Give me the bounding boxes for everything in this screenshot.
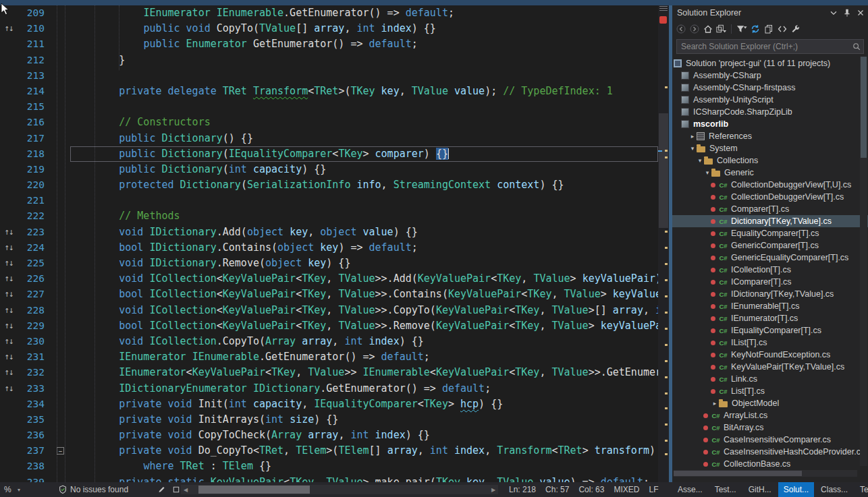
outline-margin[interactable]	[51, 334, 70, 349]
glyph-margin[interactable]: ↑↓	[0, 349, 18, 365]
code-text[interactable]: private void Do_CopyTo<TRet, TElem>(TEle…	[70, 443, 658, 459]
properties-wrench-icon[interactable]	[790, 24, 801, 35]
view-scope-icon[interactable]	[715, 24, 727, 35]
outline-margin[interactable]	[51, 287, 70, 302]
scrollbar-thumb[interactable]	[198, 486, 310, 494]
collapsed-arrow-icon[interactable]: ▸	[711, 400, 719, 407]
code-text[interactable]: IEnumerator IEnumerable.GetEnumerator() …	[70, 349, 658, 365]
tree-item[interactable]: C#CollectionBase.cs	[672, 458, 868, 470]
outline-margin[interactable]	[51, 225, 70, 240]
tree-item[interactable]: C#IEnumerable[T].cs	[672, 300, 868, 312]
outline-margin[interactable]	[51, 397, 70, 412]
glyph-margin[interactable]: ↑↓	[0, 287, 18, 302]
tree-item[interactable]: Assembly-CSharp	[672, 69, 868, 82]
code-text[interactable]: bool ICollection<KeyValuePair<TKey, TVal…	[70, 287, 658, 302]
outline-margin[interactable]	[51, 177, 70, 193]
tree-item[interactable]: C#Dictionary[TKey,TValue].cs	[672, 215, 868, 227]
tree-item[interactable]: C#KeyValuePair[TKey,TValue].cs	[672, 361, 868, 373]
outline-margin[interactable]	[51, 240, 70, 256]
editor-vertical-scrollbar[interactable]	[658, 5, 669, 482]
code-text[interactable]: void IDictionary.Add(object key, object …	[70, 225, 658, 240]
glyph-margin[interactable]	[0, 99, 18, 115]
code-text[interactable]: private void Init(int capacity, IEqualit…	[70, 397, 658, 412]
outline-margin[interactable]	[51, 53, 70, 68]
code-text[interactable]: // Constructors	[70, 115, 658, 130]
code-text[interactable]	[70, 193, 658, 208]
zoom-caret-icon[interactable]: ▾	[18, 487, 20, 493]
code-text[interactable]: private static KeyValuePair<TKey, TValue…	[70, 475, 658, 482]
code-text[interactable]: IEnumerator<KeyValuePair<TKey, TValue>> …	[70, 365, 658, 380]
glyph-margin[interactable]: ↑↓	[0, 256, 18, 271]
tree-item[interactable]: ▾Collections	[672, 154, 868, 167]
code-text[interactable]	[70, 99, 658, 115]
glyph-margin[interactable]	[0, 193, 18, 208]
tree-item[interactable]: Solution 'project-gui' (11 of 11 project…	[672, 57, 868, 69]
tool-window-tab[interactable]: Solut...	[778, 482, 814, 497]
code-text[interactable]: private void InitArrays(int size) {}	[70, 412, 658, 428]
tree-item[interactable]: C#Link.cs	[672, 373, 868, 385]
scrollbar-track[interactable]	[190, 485, 489, 494]
view-code-icon[interactable]	[776, 24, 788, 35]
tree-item[interactable]: C#IList[T].cs	[672, 337, 868, 349]
code-text[interactable]: public Dictionary(IEqualityComparer<TKey…	[70, 146, 658, 162]
tool-window-tab[interactable]: Test...	[709, 482, 742, 497]
code-text[interactable]: bool ICollection<KeyValuePair<TKey, TVal…	[70, 318, 658, 334]
glyph-margin[interactable]: ↑↓	[0, 240, 18, 256]
tree-item[interactable]: C#BitArray.cs	[672, 421, 868, 434]
glyph-margin[interactable]	[0, 53, 18, 68]
tree-horizontal-scrollbar[interactable]	[674, 470, 857, 477]
outline-margin[interactable]	[51, 349, 70, 365]
outline-margin[interactable]	[51, 36, 70, 52]
tree-item[interactable]: mscorlib	[672, 118, 868, 130]
code-text[interactable]: void ICollection.CopyTo(Array array, int…	[70, 334, 658, 349]
glyph-margin[interactable]	[0, 131, 18, 146]
tree-item[interactable]: C#CaseInsensitiveComparer.cs	[672, 434, 868, 446]
code-text[interactable]: private void CopyToCheck(Array array, in…	[70, 428, 658, 443]
scrollbar-thumb[interactable]	[674, 471, 802, 476]
outline-margin[interactable]	[51, 146, 70, 162]
pencil-icon[interactable]	[157, 486, 166, 494]
outline-margin[interactable]	[51, 428, 70, 443]
forward-icon[interactable]	[688, 24, 700, 35]
code-analysis-shield-icon[interactable]	[58, 485, 67, 494]
tree-item[interactable]: C#IEqualityComparer[T].cs	[672, 324, 868, 337]
tool-window-tab[interactable]: Tea...	[855, 482, 868, 497]
tree-item[interactable]: C#ICollection[T].cs	[672, 264, 868, 276]
tree-vertical-scrollbar[interactable]	[860, 57, 867, 466]
outline-margin[interactable]	[51, 412, 70, 428]
window-position-icon[interactable]	[829, 8, 838, 18]
glyph-margin[interactable]	[0, 397, 18, 412]
tree-item[interactable]: ▾Generic	[672, 167, 868, 179]
glyph-margin[interactable]	[0, 412, 18, 428]
expanded-arrow-icon[interactable]: ▾	[703, 169, 711, 176]
line-ending-indicator[interactable]: LF	[649, 485, 658, 494]
tree-item[interactable]: C#GenericComparer[T].cs	[672, 239, 868, 252]
outline-margin[interactable]	[51, 131, 70, 146]
glyph-margin[interactable]	[0, 84, 18, 99]
outline-margin[interactable]	[51, 475, 70, 482]
tree-item[interactable]: C#IComparer[T].cs	[672, 276, 868, 288]
tree-item[interactable]: C#EqualityComparer[T].cs	[672, 227, 868, 239]
code-text[interactable]: public Dictionary() {}	[70, 131, 658, 146]
tree-item[interactable]: ▸ObjectModel	[672, 397, 868, 409]
scroll-right-icon[interactable]: ▶	[489, 487, 498, 493]
tool-window-tab[interactable]: Asse...	[672, 482, 708, 497]
glyph-margin[interactable]: ↑↓	[0, 334, 18, 349]
glyph-margin[interactable]: ↑↓	[0, 318, 18, 334]
tree-item[interactable]: Assembly-UnityScript	[672, 94, 868, 106]
filter-icon[interactable]	[736, 24, 747, 35]
tool-window-tab[interactable]: Class...	[815, 482, 853, 497]
scroll-left-icon[interactable]: ◀	[181, 487, 190, 493]
editor-horizontal-scrollbar[interactable]: ◀ ▶	[181, 485, 498, 494]
glyph-margin[interactable]	[0, 475, 18, 482]
outline-margin[interactable]: −	[51, 443, 70, 459]
tree-item[interactable]: C#CaseInsensitiveHashCodeProvider.cs	[672, 446, 868, 458]
search-icon[interactable]	[852, 42, 861, 51]
scrollbar-thumb[interactable]	[659, 113, 668, 228]
code-text[interactable]: private delegate TRet Transform<TRet>(TK…	[70, 84, 658, 99]
outline-margin[interactable]	[51, 99, 70, 115]
line-indicator[interactable]: Ln: 218	[509, 485, 536, 494]
expanded-arrow-icon[interactable]: ▾	[696, 157, 704, 164]
glyph-margin[interactable]	[0, 208, 18, 224]
char-indicator[interactable]: Ch: 57	[545, 485, 569, 494]
